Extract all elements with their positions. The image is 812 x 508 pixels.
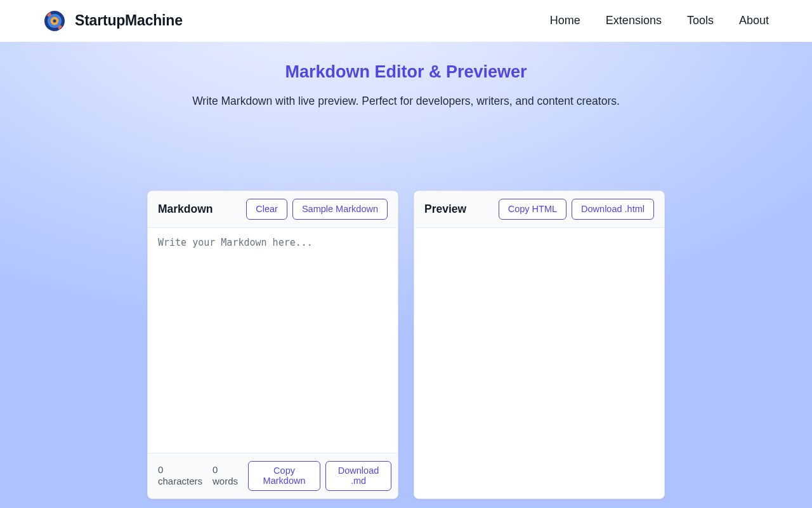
char-count-value: 0 (158, 464, 163, 475)
word-count-label: words (213, 476, 238, 486)
download-md-button[interactable]: Download .md (325, 461, 391, 491)
preview-panel-title: Preview (424, 203, 466, 216)
char-count-label: characters (158, 476, 202, 486)
sample-markdown-button[interactable]: Sample Markdown (292, 199, 388, 220)
brand-name: StartupMachine (75, 12, 183, 29)
markdown-panel: Markdown Clear Sample Markdown 0 charact… (147, 190, 398, 499)
markdown-header-actions: Clear Sample Markdown (246, 199, 388, 220)
nav-about[interactable]: About (739, 14, 769, 27)
word-count-value: 0 (213, 464, 218, 475)
page-title: Markdown Editor & Previewer (0, 62, 812, 82)
brand: StartupMachine (43, 10, 183, 32)
char-count: 0 characters (158, 464, 202, 488)
svg-point-3 (53, 19, 56, 22)
copy-html-button[interactable]: Copy HTML (499, 199, 566, 220)
preview-body (414, 228, 664, 498)
nav-extensions[interactable]: Extensions (606, 14, 662, 27)
markdown-panel-header: Markdown Clear Sample Markdown (148, 191, 398, 228)
site-logo-icon (43, 10, 66, 32)
nav-tools[interactable]: Tools (687, 14, 714, 27)
markdown-footer-actions: Copy Markdown Download .md (248, 461, 391, 491)
preview-header-actions: Copy HTML Download .html (499, 199, 654, 220)
site-header: StartupMachine Home Extensions Tools Abo… (0, 0, 812, 42)
download-html-button[interactable]: Download .html (572, 199, 654, 220)
hero-section: Markdown Editor & Previewer Write Markdo… (0, 42, 812, 508)
page-subtitle: Write Markdown with live preview. Perfec… (0, 95, 812, 108)
preview-panel-header: Preview Copy HTML Download .html (414, 191, 664, 228)
primary-nav: Home Extensions Tools About (550, 14, 769, 27)
word-count: 0 words (213, 464, 238, 488)
markdown-panel-title: Markdown (158, 203, 213, 216)
editor-layout: Markdown Clear Sample Markdown 0 charact… (0, 190, 812, 508)
markdown-editor-area (148, 228, 398, 453)
markdown-panel-footer: 0 characters 0 words Copy Markdown Downl… (148, 453, 398, 498)
clear-button[interactable]: Clear (246, 199, 287, 220)
copy-markdown-button[interactable]: Copy Markdown (248, 461, 320, 491)
nav-home[interactable]: Home (550, 14, 580, 27)
markdown-input[interactable] (148, 228, 398, 450)
preview-panel: Preview Copy HTML Download .html (414, 190, 665, 499)
